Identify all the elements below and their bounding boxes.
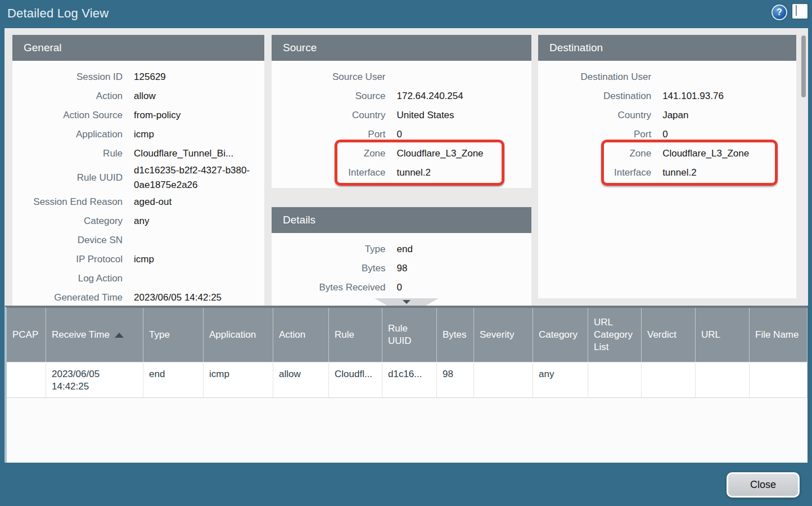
field-value: tunnel.2 [657, 165, 796, 180]
field-row-type: Typeend [272, 240, 531, 259]
field-value: Cloudflare_L3_Zone [657, 146, 796, 161]
field-row-generated-time: Generated Time2023/06/05 14:42:25 [12, 288, 264, 306]
column-header-rule[interactable]: Rule [329, 308, 382, 362]
column-header-url-category-list[interactable]: URL Category List [588, 308, 642, 362]
table-cell-rule-uuid: d1c16... [382, 363, 437, 397]
destination-panel-title: Destination [538, 35, 796, 61]
table-cell-rule: Cloudfl... [329, 363, 382, 397]
field-row-destination: Destination141.101.93.76 [538, 87, 796, 106]
field-value: 0 [657, 127, 796, 142]
scrollbar-thumb[interactable] [801, 35, 806, 97]
field-row-ip-protocol: IP Protocolicmp [12, 250, 264, 269]
field-label: Type [272, 242, 391, 257]
column-header-pcap[interactable]: PCAP [7, 308, 46, 362]
field-value: 141.101.93.76 [657, 89, 796, 104]
table-cell-bytes: 98 [437, 363, 474, 397]
chevron-down-icon [403, 300, 410, 304]
field-label: Session End Reason [12, 195, 128, 209]
field-label: Source User [272, 70, 391, 84]
table-cell-category: any [533, 363, 588, 397]
field-row-interface: Interfacetunnel.2 [538, 163, 796, 182]
field-row-application: Applicationicmp [12, 125, 264, 144]
field-row-port: Port0 [272, 125, 531, 144]
column-header-label: Category [539, 329, 578, 341]
field-row-rule: RuleCloudflare_Tunnel_Bi... [12, 144, 264, 163]
field-row-bytes: Bytes98 [272, 259, 531, 278]
field-value: d1c16235-b2f2-4327-b380-0ae1875e2a26 [128, 163, 264, 192]
field-label: Zone [538, 146, 657, 161]
field-value: from-policy [128, 108, 264, 123]
column-header-label: URL Category List [594, 316, 635, 353]
help-icon[interactable]: ? [772, 5, 787, 20]
column-header-label: Severity [480, 329, 514, 341]
column-header-action[interactable]: Action [273, 308, 329, 362]
field-value: tunnel.2 [391, 165, 531, 180]
vertical-scrollbar[interactable] [800, 28, 807, 306]
field-value: United States [391, 108, 531, 123]
details-panel-body: TypeendBytes98Bytes Received0 [272, 233, 531, 306]
field-row-source-user: Source User [272, 68, 531, 87]
field-value: icmp [128, 252, 264, 267]
column-header-bytes[interactable]: Bytes [437, 308, 474, 362]
column-header-label: Type [149, 329, 170, 341]
field-label: Interface [272, 165, 391, 180]
field-value: 125629 [128, 70, 264, 84]
field-value: 2023/06/05 14:42:25 [128, 290, 264, 305]
general-panel: General Session ID125629ActionallowActio… [12, 35, 264, 306]
field-row-action: Actionallow [12, 87, 264, 106]
field-value: end [391, 242, 531, 257]
table-row[interactable]: 2023/06/05 14:42:25endicmpallowCloudfl..… [7, 363, 808, 398]
field-row-country: CountryJapan [538, 106, 796, 125]
column-header-severity[interactable]: Severity [474, 308, 533, 362]
field-row-country: CountryUnited States [272, 106, 531, 125]
column-header-category[interactable]: Category [533, 308, 588, 362]
sort-ascending-icon [115, 333, 124, 338]
field-value: 98 [391, 261, 531, 276]
column-header-application[interactable]: Application [204, 308, 273, 362]
window-panel-icon-inner [796, 5, 797, 16]
log-table-body: 2023/06/05 14:42:25endicmpallowCloudfl..… [7, 363, 808, 398]
column-header-verdict[interactable]: Verdict [642, 308, 696, 362]
details-panel: Details TypeendBytes98Bytes Received0 [272, 207, 531, 306]
field-row-log-action: Log Action [12, 269, 264, 288]
table-cell-pcap [7, 363, 46, 397]
field-label: Port [272, 127, 391, 142]
column-header-label: Rule [335, 329, 354, 341]
field-label: Action Source [12, 108, 128, 123]
column-header-label: PCAP [12, 329, 38, 341]
table-cell-severity [474, 363, 533, 397]
field-label: Destination [538, 89, 657, 104]
field-row-port: Port0 [538, 125, 796, 144]
log-table-header: PCAPReceive TimeTypeApplicationActionRul… [7, 308, 808, 363]
column-header-label: Verdict [647, 329, 676, 341]
field-label: Port [538, 127, 657, 142]
field-label: Application [12, 127, 128, 142]
column-header-url[interactable]: URL [696, 308, 750, 362]
table-cell-verdict [642, 363, 696, 397]
field-label: Session ID [12, 70, 128, 84]
field-label: Category [12, 214, 128, 229]
table-cell-type: end [143, 363, 204, 397]
field-label: Interface [538, 165, 657, 180]
detailed-log-view-dialog: Detailed Log View ? General Session ID12… [0, 0, 812, 506]
field-label: Country [272, 108, 391, 123]
column-header-receive-time[interactable]: Receive Time [46, 308, 143, 362]
field-value: Japan [657, 108, 796, 123]
column-header-rule-uuid[interactable]: Rule UUID [382, 308, 437, 362]
table-cell-url [696, 363, 750, 397]
field-value: allow [128, 89, 264, 104]
column-header-label: Application [209, 329, 256, 341]
field-value: Cloudflare_L3_Zone [391, 146, 531, 161]
field-label: Country [538, 108, 657, 123]
field-value: icmp [128, 127, 264, 142]
field-row-category: Categoryany [12, 212, 264, 231]
column-header-label: URL [701, 329, 720, 341]
column-header-file-name[interactable]: File Name [750, 308, 808, 362]
field-row-zone: ZoneCloudflare_L3_Zone [538, 144, 796, 163]
field-value: 172.64.240.254 [391, 89, 531, 104]
window-panel-icon[interactable] [792, 4, 808, 19]
column-header-type[interactable]: Type [143, 308, 204, 362]
close-button[interactable]: Close [727, 472, 800, 498]
field-label: Zone [272, 146, 391, 161]
log-table: PCAPReceive TimeTypeApplicationActionRul… [4, 306, 808, 463]
